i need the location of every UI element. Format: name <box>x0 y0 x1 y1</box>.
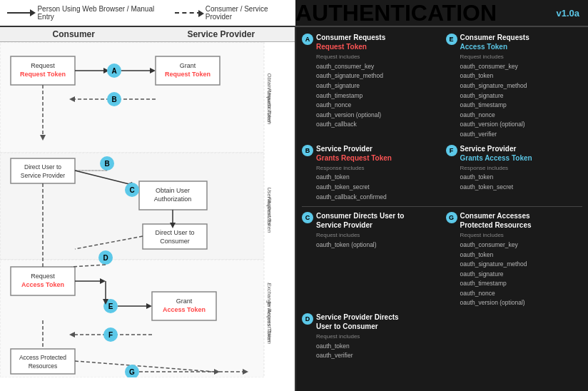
flow-diagram: Obtain Unauthorized Request Token User A… <box>0 42 282 377</box>
svg-rect-27 <box>11 158 75 183</box>
block-title-A: Consumer RequestsRequest Token <box>316 33 385 51</box>
solid-line-icon <box>7 12 33 14</box>
block-body-C: Request includes oauth_token (optional) <box>302 231 439 250</box>
svg-text:Request Token: Request Token <box>266 88 273 124</box>
consumer-header: Consumer <box>0 29 148 39</box>
block-header-G: G Consumer AccessesProtected Resources <box>446 211 583 230</box>
block-title-D: Service Provider DirectsUser to Consumer <box>316 313 399 331</box>
body-label-B: Response includes <box>316 164 439 173</box>
info-block-E: E Consumer RequestsAccess Token Request … <box>446 33 583 140</box>
svg-text:Grant: Grant <box>180 62 196 69</box>
service-provider-header: Service Provider <box>148 29 295 39</box>
svg-text:E: E <box>108 303 113 310</box>
svg-text:A: A <box>111 67 116 75</box>
svg-rect-40 <box>143 224 207 249</box>
diagram-column: Consumer Service Provider Obtain Unautho… <box>0 27 296 391</box>
info-block-C: C Consumer Directs User toService Provid… <box>302 211 439 308</box>
block-body-F: Response includes oauth_tokenoauth_token… <box>446 164 583 193</box>
svg-text:Request: Request <box>31 62 55 69</box>
legend-dashed: Consumer / Service Provider <box>175 5 288 21</box>
svg-text:Request Token: Request Token <box>20 71 66 78</box>
block-header-D: D Service Provider DirectsUser to Consum… <box>302 313 439 331</box>
block-body-A: Request includes oauth_consumer_keyoauth… <box>302 53 439 130</box>
svg-text:Service Provider: Service Provider <box>21 172 66 179</box>
svg-text:Access Protected: Access Protected <box>19 354 66 361</box>
dashed-label: Consumer / Service Provider <box>206 5 288 21</box>
svg-text:B: B <box>104 160 109 168</box>
version-badge: v1.0a <box>556 8 579 19</box>
top-bar: Person Using Web Browser / Manual Entry … <box>0 0 588 27</box>
info-block-D: D Service Provider DirectsUser to Consum… <box>302 313 439 361</box>
svg-text:Obtain User: Obtain User <box>156 187 190 194</box>
legend-solid: Person Using Web Browser / Manual Entry <box>7 5 161 21</box>
svg-text:F: F <box>108 331 113 339</box>
info-block-B: B Service ProviderGrants Request Token R… <box>302 144 439 203</box>
body-label-E: Request includes <box>460 53 583 62</box>
block-title-G: Consumer AccessesProtected Resources <box>460 211 532 230</box>
svg-text:Request: Request <box>31 273 55 280</box>
svg-text:B: B <box>111 96 116 103</box>
badge-C: C <box>302 212 313 223</box>
body-label-A: Request includes <box>316 53 439 62</box>
badge-G: G <box>446 212 457 223</box>
svg-text:Direct User to: Direct User to <box>24 163 61 171</box>
badge-D: D <box>302 313 313 325</box>
body-label-F: Response includes <box>460 164 583 173</box>
svg-text:Authorization: Authorization <box>154 196 192 203</box>
info-panel: A Consumer RequestsRequest Token Request… <box>296 27 588 391</box>
body-label-G: Request includes <box>460 231 583 240</box>
block-body-E: Request includes oauth_consumer_keyoauth… <box>446 53 583 140</box>
badge-F: F <box>446 145 457 156</box>
body-label-C: Request includes <box>316 231 439 240</box>
svg-text:Consumer: Consumer <box>160 238 190 245</box>
badge-E: E <box>446 34 457 45</box>
block-title-B: Service ProviderGrants Request Token <box>316 144 392 163</box>
svg-text:D: D <box>103 254 108 262</box>
block-title-E: Consumer RequestsAccess Token <box>460 33 529 51</box>
legend-area: Person Using Web Browser / Manual Entry … <box>0 0 295 27</box>
title-area: OAUTH AUTHENTICATION FLOW v1.0a <box>295 0 588 27</box>
svg-text:G: G <box>129 368 135 376</box>
svg-text:Access Token: Access Token <box>163 306 206 313</box>
block-header-E: E Consumer RequestsAccess Token <box>446 33 583 51</box>
info-block-G: G Consumer AccessesProtected Resources R… <box>446 211 583 308</box>
block-body-G: Request includes oauth_consumer_keyoauth… <box>446 231 583 308</box>
badge-B: B <box>302 145 313 156</box>
solid-label: Person Using Web Browser / Manual Entry <box>37 5 161 21</box>
body-label-D: Request includes <box>316 332 439 342</box>
svg-text:C: C <box>129 186 134 194</box>
block-header-C: C Consumer Directs User toService Provid… <box>302 211 439 230</box>
svg-text:for Access Token: for Access Token <box>266 302 273 342</box>
badge-A: A <box>302 34 313 45</box>
svg-text:Request Token: Request Token <box>165 71 211 78</box>
block-title-C: Consumer Directs User toService Provider <box>316 211 404 230</box>
block-header-A: A Consumer RequestsRequest Token <box>302 33 439 51</box>
info-block-A: A Consumer RequestsRequest Token Request… <box>302 33 439 140</box>
block-body-D: Request includes oauth_tokenoauth_verifi… <box>302 332 439 361</box>
block-title-F: Service ProviderGrants Access Token <box>460 144 532 163</box>
block-header-F: F Service ProviderGrants Access Token <box>446 144 583 163</box>
svg-rect-64 <box>11 349 75 374</box>
svg-text:Request Token: Request Token <box>266 197 273 233</box>
divider-2 <box>302 206 582 207</box>
info-block-F: F Service ProviderGrants Access Token Re… <box>446 144 583 203</box>
svg-text:Access Token: Access Token <box>21 281 64 288</box>
block-body-B: Response includes oauth_tokenoauth_token… <box>302 164 439 203</box>
dashed-line-icon <box>175 12 201 14</box>
body-row: Consumer Service Provider Obtain Unautho… <box>0 27 588 391</box>
block-header-B: B Service ProviderGrants Request Token <box>302 144 439 163</box>
svg-text:Grant: Grant <box>176 298 193 305</box>
svg-text:Direct User to: Direct User to <box>155 229 194 236</box>
svg-text:Resources: Resources <box>29 362 58 370</box>
